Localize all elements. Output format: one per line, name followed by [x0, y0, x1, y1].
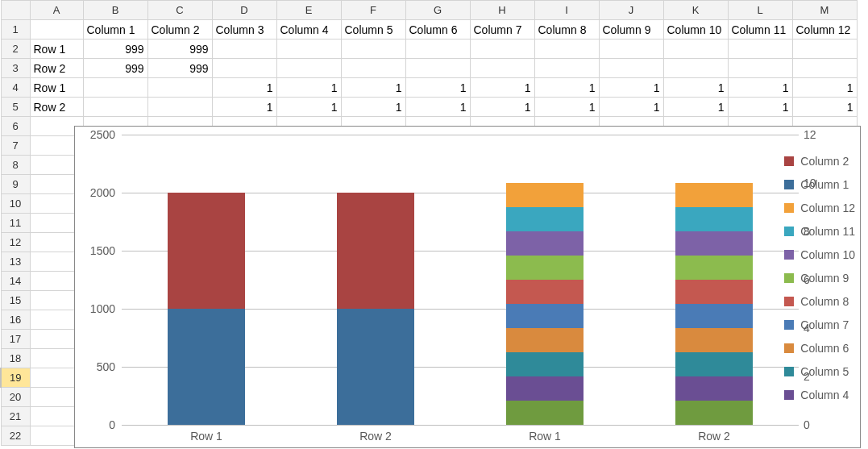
- cell-F5[interactable]: 1: [341, 98, 405, 117]
- cell-F4[interactable]: 1: [341, 78, 405, 98]
- row-header-12[interactable]: 12: [1, 233, 30, 252]
- cell-E1[interactable]: Column 4: [276, 20, 341, 39]
- col-header-A[interactable]: A: [30, 1, 83, 20]
- cell-A2[interactable]: Row 1: [30, 39, 83, 59]
- cell-K2[interactable]: [663, 39, 728, 59]
- row-header-10[interactable]: 10: [1, 194, 30, 214]
- cell-I4[interactable]: 1: [534, 78, 599, 98]
- cell-J2[interactable]: [599, 39, 663, 59]
- cell-F2[interactable]: [341, 39, 405, 59]
- col-header-B[interactable]: B: [83, 1, 147, 20]
- row-header-11[interactable]: 11: [1, 214, 30, 233]
- cell-E2[interactable]: [276, 39, 341, 59]
- col-header-H[interactable]: H: [470, 1, 534, 20]
- cell-K1[interactable]: Column 10: [663, 20, 728, 39]
- row-header-5[interactable]: 5: [1, 98, 30, 117]
- cell-B4[interactable]: [83, 78, 147, 98]
- cell-L5[interactable]: 1: [728, 98, 792, 117]
- col-header-D[interactable]: D: [212, 1, 276, 20]
- cell-M2[interactable]: [792, 39, 857, 59]
- col-header-F[interactable]: F: [341, 1, 405, 20]
- cell-G3[interactable]: [405, 59, 470, 78]
- col-header-J[interactable]: J: [599, 1, 663, 20]
- cell-I5[interactable]: 1: [534, 98, 599, 117]
- row-header-19[interactable]: 19: [1, 368, 30, 388]
- cell-G1[interactable]: Column 6: [405, 20, 470, 39]
- row-header-22[interactable]: 22: [1, 426, 30, 446]
- cell-C1[interactable]: Column 2: [147, 20, 212, 39]
- cell-M3[interactable]: [792, 59, 857, 78]
- row-header-16[interactable]: 16: [1, 310, 30, 330]
- cell-B2[interactable]: 999: [83, 39, 147, 59]
- chart-object[interactable]: 05001000150020002500 024681012 Column 2C…: [74, 126, 861, 448]
- col-header-L[interactable]: L: [728, 1, 792, 20]
- cell-F1[interactable]: Column 5: [341, 20, 405, 39]
- cell-I1[interactable]: Column 8: [534, 20, 599, 39]
- cell-L4[interactable]: 1: [728, 78, 792, 98]
- row-header-20[interactable]: 20: [1, 388, 30, 407]
- cell-D3[interactable]: [212, 59, 276, 78]
- cell-D1[interactable]: Column 3: [212, 20, 276, 39]
- cell-I3[interactable]: [534, 59, 599, 78]
- cell-F3[interactable]: [341, 59, 405, 78]
- cell-A1[interactable]: [30, 20, 83, 39]
- row-header-17[interactable]: 17: [1, 330, 30, 349]
- cell-L3[interactable]: [728, 59, 792, 78]
- row-header-9[interactable]: 9: [1, 175, 30, 194]
- cell-D4[interactable]: 1: [212, 78, 276, 98]
- cell-B5[interactable]: [83, 98, 147, 117]
- cell-G5[interactable]: 1: [405, 98, 470, 117]
- cell-H1[interactable]: Column 7: [470, 20, 534, 39]
- cell-M4[interactable]: 1: [792, 78, 857, 98]
- cell-L2[interactable]: [728, 39, 792, 59]
- row-header-7[interactable]: 7: [1, 136, 30, 156]
- row-header-8[interactable]: 8: [1, 156, 30, 175]
- cell-C5[interactable]: [147, 98, 212, 117]
- row-header-21[interactable]: 21: [1, 407, 30, 426]
- cell-M1[interactable]: Column 12: [792, 20, 857, 39]
- cell-M5[interactable]: 1: [792, 98, 857, 117]
- cell-H2[interactable]: [470, 39, 534, 59]
- col-header-K[interactable]: K: [663, 1, 728, 20]
- cell-A5[interactable]: Row 2: [30, 98, 83, 117]
- cell-H4[interactable]: 1: [470, 78, 534, 98]
- cell-E4[interactable]: 1: [276, 78, 341, 98]
- cell-A3[interactable]: Row 2: [30, 59, 83, 78]
- cell-I2[interactable]: [534, 39, 599, 59]
- cell-A4[interactable]: Row 1: [30, 78, 83, 98]
- col-header-I[interactable]: I: [534, 1, 599, 20]
- cell-K3[interactable]: [663, 59, 728, 78]
- row-header-14[interactable]: 14: [1, 272, 30, 291]
- row-header-3[interactable]: 3: [1, 59, 30, 78]
- cell-G2[interactable]: [405, 39, 470, 59]
- row-header-4[interactable]: 4: [1, 78, 30, 98]
- row-header-13[interactable]: 13: [1, 252, 30, 272]
- cell-D2[interactable]: [212, 39, 276, 59]
- cell-B3[interactable]: 999: [83, 59, 147, 78]
- cell-C3[interactable]: 999: [147, 59, 212, 78]
- cell-L1[interactable]: Column 11: [728, 20, 792, 39]
- cell-J5[interactable]: 1: [599, 98, 663, 117]
- row-header-18[interactable]: 18: [1, 349, 30, 368]
- cell-G4[interactable]: 1: [405, 78, 470, 98]
- cell-J4[interactable]: 1: [599, 78, 663, 98]
- select-all-corner[interactable]: [1, 1, 30, 20]
- cell-J1[interactable]: Column 9: [599, 20, 663, 39]
- col-header-C[interactable]: C: [147, 1, 212, 20]
- cell-C2[interactable]: 999: [147, 39, 212, 59]
- col-header-M[interactable]: M: [792, 1, 857, 20]
- cell-J3[interactable]: [599, 59, 663, 78]
- row-header-2[interactable]: 2: [1, 39, 30, 59]
- cell-E3[interactable]: [276, 59, 341, 78]
- cell-B1[interactable]: Column 1: [83, 20, 147, 39]
- row-header-15[interactable]: 15: [1, 291, 30, 310]
- row-header-6[interactable]: 6: [1, 117, 30, 136]
- col-header-E[interactable]: E: [276, 1, 341, 20]
- cell-D5[interactable]: 1: [212, 98, 276, 117]
- cell-E5[interactable]: 1: [276, 98, 341, 117]
- cell-H3[interactable]: [470, 59, 534, 78]
- cell-C4[interactable]: [147, 78, 212, 98]
- cell-K5[interactable]: 1: [663, 98, 728, 117]
- row-header-1[interactable]: 1: [1, 20, 30, 39]
- cell-H5[interactable]: 1: [470, 98, 534, 117]
